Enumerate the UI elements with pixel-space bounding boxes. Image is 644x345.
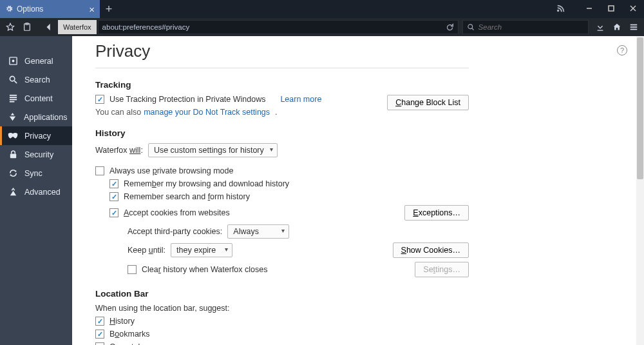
sidebar-item-advanced[interactable]: Advanced [0, 182, 72, 201]
maximize-button[interactable] [600, 0, 622, 17]
keep-until-select[interactable]: they expire [171, 243, 232, 257]
scrollbar[interactable] [636, 36, 644, 345]
sidebar-item-content[interactable]: Content [0, 89, 72, 108]
svg-point-12 [12, 60, 14, 61]
suggest-history-checkbox[interactable] [95, 317, 104, 326]
rss-icon[interactable] [550, 0, 572, 17]
sidebar-item-general[interactable]: General [0, 52, 72, 70]
back-button[interactable] [41, 19, 57, 35]
dnt-link[interactable]: manage your Do Not Track settings [144, 108, 270, 117]
remember-browsing-label[interactable]: Remember my browsing and download histor… [124, 179, 289, 188]
history-heading: History [95, 128, 469, 138]
applications-icon [8, 112, 17, 123]
remember-search-label[interactable]: Remember search and form history [124, 192, 250, 201]
advanced-icon [8, 187, 18, 197]
tracking-heading: Tracking [95, 80, 469, 90]
learn-more-link[interactable]: Learn more [280, 95, 321, 104]
svg-rect-8 [630, 25, 638, 26]
svg-rect-1 [609, 6, 614, 11]
svg-rect-18 [9, 101, 14, 103]
sidebar-item-security[interactable]: Security [0, 145, 72, 164]
gear-icon [5, 5, 13, 13]
dnt-text-prefix: You can also [95, 108, 141, 117]
suggest-opentabs-checkbox[interactable] [95, 342, 104, 345]
svg-rect-9 [630, 26, 638, 28]
keep-until-label: Keep until: [128, 246, 166, 255]
tracking-protection-checkbox[interactable] [95, 95, 104, 104]
sync-icon [8, 168, 18, 179]
search-nav-icon [8, 75, 18, 85]
scrollbar-thumb[interactable] [637, 37, 643, 179]
url-identity[interactable]: Waterfox [58, 20, 97, 34]
menu-icon[interactable] [626, 19, 641, 35]
sidebar-item-label: General [24, 57, 53, 66]
settings-button: Settings… [415, 262, 469, 277]
show-cookies-button[interactable]: Show Cookies… [393, 242, 469, 258]
sidebar-item-label: Privacy [24, 132, 51, 141]
sidebar-item-label: Search [24, 75, 50, 84]
history-mode-label: Waterfox will: [95, 146, 143, 155]
svg-rect-17 [9, 99, 16, 100]
sidebar-item-label: Sync [24, 169, 43, 178]
minimize-button[interactable] [578, 0, 600, 17]
sidebar: General Search Content Applications Priv… [0, 36, 72, 345]
bookmark-star-icon[interactable] [3, 19, 18, 35]
suggest-opentabs-label[interactable]: Open tabs [109, 342, 147, 345]
close-window-button[interactable] [622, 0, 644, 17]
general-icon [8, 56, 18, 66]
change-block-list-button[interactable]: Change Block List [387, 95, 469, 110]
tab-title: Options [17, 5, 43, 14]
third-party-label: Accept third-party cookies: [128, 227, 222, 236]
tracking-protection-label[interactable]: Use Tracking Protection in Private Windo… [109, 95, 265, 104]
svg-rect-15 [9, 95, 16, 96]
search-input[interactable] [478, 23, 584, 31]
svg-rect-19 [10, 154, 15, 159]
page-title: Privacy [95, 36, 469, 68]
suggest-history-label[interactable]: History [109, 317, 135, 326]
svg-rect-16 [9, 97, 16, 98]
search-icon [467, 23, 475, 31]
locationbar-intro: When using the location bar, suggest: [95, 304, 229, 313]
sidebar-item-label: Applications [24, 113, 67, 122]
close-tab-icon[interactable]: × [89, 5, 95, 14]
always-private-checkbox[interactable] [95, 166, 104, 175]
svg-line-7 [472, 28, 473, 30]
sidebar-item-label: Security [24, 150, 53, 159]
clear-on-close-checkbox[interactable] [128, 265, 137, 274]
svg-point-13 [10, 76, 15, 81]
reload-icon[interactable] [439, 23, 454, 32]
search-box[interactable] [462, 20, 589, 34]
url-text: about:preferences#privacy [102, 23, 190, 31]
home-icon[interactable] [609, 19, 625, 35]
browser-tab[interactable]: Options × [0, 0, 100, 18]
always-private-label[interactable]: Always use private browsing mode [109, 166, 233, 175]
url-bar[interactable]: about:preferences#privacy [98, 20, 459, 34]
svg-line-14 [14, 81, 17, 83]
sidebar-item-label: Content [24, 94, 53, 103]
locationbar-heading: Location Bar [95, 289, 469, 299]
sidebar-item-privacy[interactable]: Privacy [0, 126, 72, 145]
suggest-bookmarks-label[interactable]: Bookmarks [109, 330, 150, 339]
history-mode-select[interactable]: Use custom settings for history [148, 143, 278, 157]
clipboard-icon[interactable] [19, 19, 35, 35]
sidebar-item-search[interactable]: Search [0, 70, 72, 89]
svg-point-6 [468, 25, 472, 29]
clear-on-close-label[interactable]: Clear history when Waterfox closes [142, 265, 267, 274]
third-party-select[interactable]: Always [227, 224, 289, 239]
new-tab-button[interactable]: + [100, 0, 118, 18]
downloads-icon[interactable] [592, 19, 608, 35]
sidebar-item-sync[interactable]: Sync [0, 164, 72, 182]
content-icon [8, 94, 18, 104]
sidebar-item-applications[interactable]: Applications [0, 108, 72, 126]
privacy-icon [8, 131, 18, 141]
svg-rect-10 [630, 29, 638, 30]
lock-icon [8, 150, 18, 160]
accept-cookies-label[interactable]: Accept cookies from websites [124, 208, 230, 217]
remember-browsing-checkbox[interactable] [109, 179, 118, 188]
suggest-bookmarks-checkbox[interactable] [95, 330, 104, 339]
sidebar-item-label: Advanced [24, 188, 61, 197]
accept-cookies-checkbox[interactable] [109, 208, 118, 217]
remember-search-checkbox[interactable] [109, 192, 118, 201]
exceptions-button[interactable]: Exceptions… [404, 205, 469, 221]
